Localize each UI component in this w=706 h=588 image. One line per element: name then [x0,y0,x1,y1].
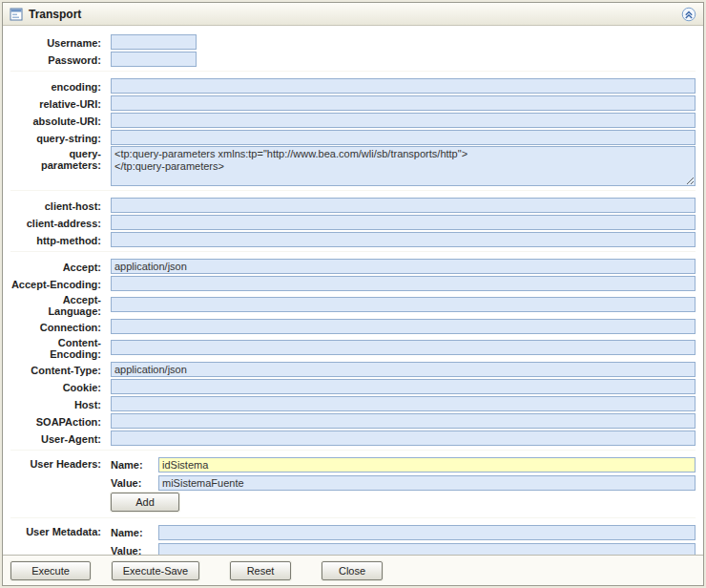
execute-button[interactable]: Execute [10,561,91,580]
section-divider [10,517,696,518]
user-header-value-label: Value: [111,477,158,489]
panel-title: Transport [29,8,81,21]
user-header-name-field[interactable] [158,457,696,472]
close-button[interactable]: Close [322,561,383,580]
query-parameters-label: query-parameters: [10,146,101,171]
query-string-field[interactable] [111,130,696,145]
user-metadata-name-field[interactable] [158,525,696,540]
http-method-label: http-method: [10,233,101,246]
accept-encoding-label: Accept-Encoding: [10,277,101,290]
encoding-label: encoding: [10,79,101,93]
content-type-label: Content-Type: [10,363,101,376]
content-type-field[interactable] [111,362,696,377]
host-label: Host: [10,397,101,410]
soapaction-label: SOAPAction: [10,414,101,428]
host-field[interactable] [111,396,696,411]
section-divider [10,71,696,72]
user-metadata-name-label: Name: [111,527,158,538]
client-host-label: client-host: [10,199,101,212]
section-divider [10,190,696,191]
user-agent-label: User-Agent: [10,431,101,445]
user-header-name-label: Name: [111,459,158,471]
query-parameters-field[interactable]: <tp:query-parameters xmlns:tp="http://ww… [111,146,696,186]
client-host-field[interactable] [111,198,696,213]
content-encoding-field[interactable] [111,340,696,355]
user-headers-label: User Headers: [10,456,101,470]
accept-field[interactable] [111,259,696,274]
http-method-field[interactable] [111,232,696,247]
cookie-field[interactable] [111,379,696,394]
relative-uri-field[interactable] [111,95,696,111]
connection-label: Connection: [10,320,101,333]
password-field[interactable] [111,52,197,67]
encoding-field[interactable] [111,78,696,94]
absolute-uri-field[interactable] [111,113,696,128]
transport-form-icon [10,8,23,21]
user-metadata-value-field[interactable] [158,543,696,556]
accept-label: Accept: [10,260,101,273]
execute-save-button[interactable]: Execute-Save [112,561,199,580]
add-user-header-button[interactable]: Add [111,493,179,512]
reset-button[interactable]: Reset [230,561,291,580]
user-agent-field[interactable] [111,430,696,446]
panel-header: Transport [3,3,703,26]
content-encoding-label: Content-Encoding: [10,335,101,360]
relative-uri-label: relative-URI: [10,96,101,110]
accept-language-field[interactable] [111,297,696,312]
password-label: Password: [10,52,101,66]
user-metadata-label: User Metadata: [10,524,101,537]
query-string-label: query-string: [10,131,101,144]
username-label: Username: [10,35,101,49]
action-bar: Execute Execute-Save Reset Close [3,555,703,585]
section-divider [10,251,696,252]
user-headers-group: User Headers: Name: Value: Add [10,456,696,514]
client-address-field[interactable] [111,215,696,230]
username-field[interactable] [111,34,197,50]
collapse-panel-icon[interactable] [681,7,696,22]
section-divider [10,450,696,451]
transport-form: Username: Password: encoding: relative-U… [3,26,703,555]
client-address-label: client-address: [10,216,101,229]
user-metadata-group: User Metadata: Name: Value: Add [10,524,696,555]
connection-field[interactable] [111,319,696,334]
absolute-uri-label: absolute-URI: [10,114,101,127]
accept-encoding-field[interactable] [111,276,696,291]
accept-language-label: Accept-Language: [10,292,101,317]
cookie-label: Cookie: [10,380,101,393]
user-header-value-field[interactable] [158,475,696,491]
transport-panel: Transport Username: Password: encoding: … [2,2,704,586]
user-metadata-value-label: Value: [111,545,158,556]
soapaction-field[interactable] [111,413,696,429]
